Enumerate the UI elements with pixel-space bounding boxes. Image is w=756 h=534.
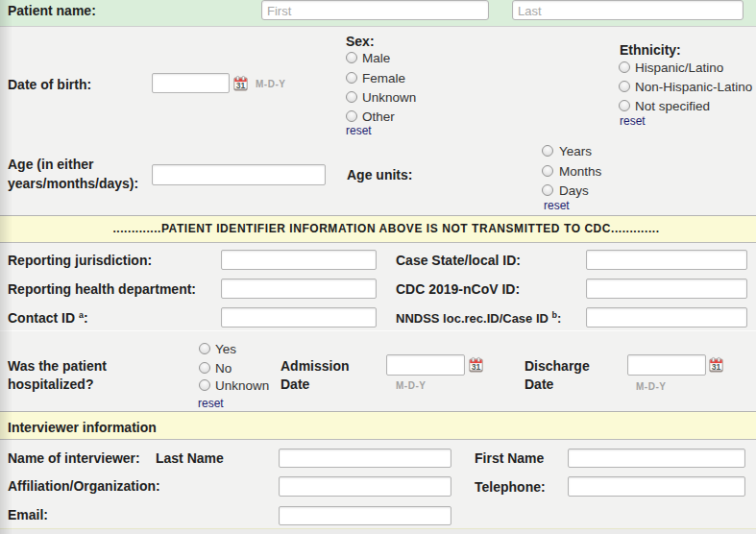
svg-text:31: 31 [472, 362, 481, 372]
svg-text:31: 31 [712, 362, 721, 372]
svg-text:31: 31 [236, 81, 246, 90]
